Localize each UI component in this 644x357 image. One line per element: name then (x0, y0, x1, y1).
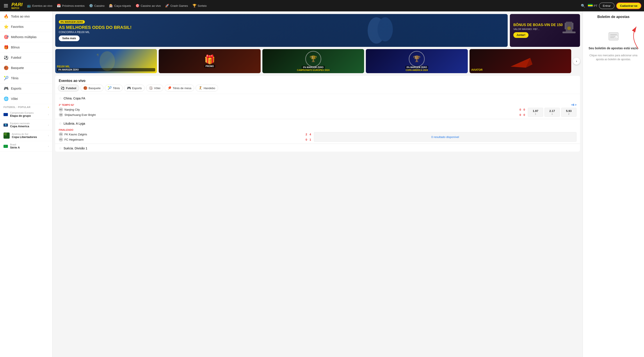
chevron-right-icon: › (48, 113, 49, 116)
futebol-tab-icon: ⚽ (61, 86, 65, 90)
sidebar-item-melhores-multiplas[interactable]: 🎯 Melhores múltiplas (0, 32, 52, 42)
crash-icon: 🚀 (165, 4, 169, 8)
logo: PARI MATCH (12, 2, 22, 9)
tab-esports[interactable]: 🎮 Esports (124, 84, 145, 91)
match-group-2: ☆ Lituânia. A Lyga FINALIZADO FK FK Kaun… (55, 119, 580, 144)
juntar-button[interactable]: Juntar! (513, 32, 528, 38)
brazil-flag (588, 4, 593, 7)
sidebar-item-futebol[interactable]: ⚽ Futebol (0, 52, 52, 63)
caca-icon: 🎰 (109, 4, 113, 8)
nav-sorteio[interactable]: 🏆 Sorteio (191, 0, 208, 11)
odd-1-2[interactable]: 5.93 2 (561, 108, 576, 117)
competition-1: ☆ China. Copa FA (55, 94, 580, 102)
match-row-2: FINALIZADO FK FK Kauno Zalgiris 2 4 FC (55, 127, 580, 144)
promo-card-3[interactable]: 0% MARGEM ZERO CAMPEONATO EUROPEU 2024 🏆 (262, 49, 364, 73)
sidebar-league-libertadores[interactable]: 🌿 América do Sul Copa Libertadores › (0, 130, 52, 141)
sorteio-icon: 🏆 (192, 4, 196, 8)
sidebar: 🔥 Todos ao vivo ⭐ Favoritos 🎯 Melhores m… (0, 11, 52, 357)
nav-caca-niqueis[interactable]: 🎰 Caça-níqueis (107, 0, 133, 11)
register-button[interactable]: Cadastrar-se (616, 2, 642, 9)
sidebar-section-link[interactable]: › (48, 106, 49, 108)
search-button[interactable]: 🔍 (580, 3, 586, 9)
sidebar-item-basquete[interactable]: 🏀 Basquete (0, 63, 52, 73)
ticket-icon (607, 30, 620, 43)
match-group-1: ☆ China. Copa FA 2° TEMPO 62' +8 > NC Na… (55, 94, 580, 119)
sidebar-league-campeonato[interactable]: 🇪🇺 Campeonato Europeu Etapa de grupo › (0, 109, 52, 120)
odd-1-1[interactable]: 1.97 1 (528, 108, 543, 117)
favorite-competition-1[interactable]: ☆ (59, 96, 62, 100)
team-row-1a: NC Nanjing City 0 0 (59, 107, 526, 112)
tab-tenis-mesa[interactable]: 🏓 Tênis de mesa (164, 84, 194, 91)
tab-tenis[interactable]: 🎾 Tênis (105, 84, 123, 91)
odd-1-x[interactable]: 2.17 x (544, 108, 560, 117)
sidebar-item-todos-ao-vivo[interactable]: 🔥 Todos ao vivo (0, 11, 52, 22)
sidebar-item-bonus[interactable]: 🎁 Bônus (0, 42, 52, 52)
chevron-right-icon-4: › (48, 145, 49, 148)
promo-card-2[interactable]: 🎁 PROMO (159, 49, 260, 73)
svg-point-6 (567, 26, 571, 30)
promo-next-button[interactable]: › (573, 58, 580, 65)
saiba-mais-button[interactable]: Saiba mais (59, 35, 80, 41)
nav-eventos-ao-vivo[interactable]: 📺 Eventos ao vivo (25, 0, 54, 11)
favorite-competition-2[interactable]: ☆ (59, 121, 62, 125)
chevron-right-icon-2: › (48, 123, 49, 127)
gamepad-icon: 🎮 (4, 86, 9, 91)
nav-cassino[interactable]: ⚙️ Cassino (87, 0, 106, 11)
hamburger-button[interactable] (3, 3, 9, 8)
star-icon: ⭐ (4, 24, 9, 29)
svg-rect-5 (562, 31, 576, 33)
tab-volei[interactable]: 🏐 Vôlei (146, 84, 163, 91)
no-result-button[interactable]: 0 resultado disponível (314, 132, 576, 142)
tab-basquete[interactable]: 🏀 Basquete (80, 84, 104, 91)
sidebar-item-volei[interactable]: 🌐 Vôlei (0, 94, 52, 104)
promo-card-1[interactable]: R$100 MIL 0% MARGEM ZERO 🌴 (55, 49, 157, 73)
tenis-mesa-tab-icon: 🏓 (168, 86, 172, 90)
proximos-icon: 📅 (57, 4, 61, 8)
tab-futebol[interactable]: ⚽ Futebol (58, 84, 79, 91)
banner-main[interactable]: 0% MARGEM ZERO AS MELHORES ODDS DO BRASI… (55, 14, 508, 47)
sidebar-item-esports[interactable]: 🎮 Esports (0, 83, 52, 94)
sidebar-league-serie-a[interactable]: 🇧🇷 Brasil Série A › (0, 141, 52, 152)
libertadores-icon: 🌿 (4, 132, 10, 139)
favorite-competition-3[interactable]: ☆ (59, 146, 62, 150)
basketball-icon: 🏀 (4, 65, 9, 70)
promo-card-4[interactable]: 0% MARGEM ZERO COPA AMÉRICA 2024 🏆 (366, 49, 468, 73)
match-status-1: 2° TEMPO 62' (59, 104, 74, 106)
sidebar-item-favoritos[interactable]: ⭐ Favoritos (0, 22, 52, 32)
svg-rect-3 (565, 23, 566, 29)
sidebar-item-tenis[interactable]: 🎾 Tênis (0, 73, 52, 83)
logo-text: PARI (12, 2, 22, 7)
banners-top: 0% MARGEM ZERO AS MELHORES ODDS DO BRASI… (55, 14, 580, 47)
sidebar-league-copa-america[interactable]: 🌎 Equipes nacionais Copa America › (0, 120, 52, 130)
language-selector[interactable]: PT (588, 4, 597, 7)
slip-empty-state: Seu boletim de apostas está vazio Clique… (586, 23, 640, 61)
eventos-header: Eventos ao vivo (55, 76, 580, 84)
banner-secondary[interactable]: BÔNUS DE BOAS-VIN DE 150 VALOR MÁXIMO: R… (510, 14, 580, 47)
nav-cassino-ao-vivo[interactable]: 🎯 Cassino ao vivo (134, 0, 163, 11)
team-logo-2b: FC (59, 137, 63, 142)
navbar: PARI MATCH 📺 Eventos ao vivo 📅 Próximos … (0, 0, 644, 11)
svg-text:🏆: 🏆 (310, 55, 317, 62)
esports-tab-icon: 🎮 (127, 86, 131, 90)
svg-rect-4 (572, 23, 574, 29)
tab-handebo[interactable]: 🤾 Handebo (196, 84, 218, 91)
tennis-icon: 🎾 (4, 76, 9, 81)
team-row-2b: FC FC Hegelmann 0 1 (59, 137, 312, 142)
target-icon: 🎯 (4, 35, 9, 39)
logo-sub: MATCH (12, 7, 22, 9)
svg-point-1 (378, 17, 393, 41)
nav-crash-games[interactable]: 🚀 Crash Games (163, 0, 190, 11)
more-markets-1[interactable]: +8 > (571, 103, 576, 106)
sports-tabs: ⚽ Futebol 🏀 Basquete 🎾 Tênis 🎮 Esports 🏐 (55, 84, 580, 94)
eu-flag-icon: 🇪🇺 (4, 113, 8, 116)
copa-america-flag-icon: 🌎 (4, 123, 8, 127)
chevron-right-icon-3: › (48, 134, 49, 137)
nav-proximos-eventos[interactable]: 📅 Próximos eventos (55, 0, 86, 11)
basquete-tab-icon: 🏀 (83, 86, 88, 90)
tenis-tab-icon: 🎾 (108, 86, 112, 90)
login-button[interactable]: Entrar (599, 3, 614, 9)
promo-card-5[interactable]: AVIATOR (470, 49, 571, 73)
soccer-icon: ⚽ (4, 55, 9, 60)
match-group-3: ☆ Suécia. Divisão 1 (55, 144, 580, 152)
cassino-live-icon: 🎯 (136, 4, 140, 8)
